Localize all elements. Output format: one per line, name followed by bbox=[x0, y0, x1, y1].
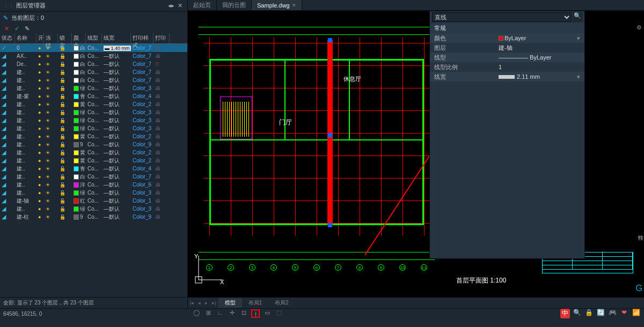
svg-text:Y: Y bbox=[194, 253, 199, 259]
layer-row[interactable]: ◢建-窗●☀🔓青Co...—默认Color_4🖶 bbox=[0, 92, 187, 100]
grid-icon[interactable]: ⊞ bbox=[204, 309, 213, 318]
tray-icon[interactable]: 🔄 bbox=[596, 309, 605, 318]
tab-prev-icon[interactable]: ◂ bbox=[196, 300, 203, 306]
current-layer-icon: ✎ bbox=[3, 14, 8, 21]
close-panel-icon[interactable]: ✕ bbox=[175, 2, 184, 9]
layer-row[interactable]: ◢建-柱●☀🔓9Co...—默认Color_9🖶 bbox=[0, 213, 187, 221]
model-tab[interactable]: 模型 bbox=[218, 298, 242, 308]
section-header[interactable]: 常规 bbox=[430, 23, 584, 33]
layer-row[interactable]: ◢建..●☀🔓白Co...—默认Color_7🖶 bbox=[0, 173, 187, 181]
ortho-icon[interactable]: ∟ bbox=[216, 309, 224, 318]
coordinates: 64586, 16215, 0 bbox=[3, 311, 42, 317]
layer-row[interactable]: ◢De..●☀🔓白Co...—默认Color_7🖶̸ bbox=[0, 60, 187, 68]
snap-mode-icon[interactable]: ◯ bbox=[192, 309, 201, 318]
drawing-title: 首层平面图 1:100 bbox=[456, 276, 506, 285]
close-tab-icon[interactable]: ✕ bbox=[292, 3, 296, 8]
layer-row[interactable]: ◢建..●☀🔓绿Co...—默认Color_3🖶 bbox=[0, 124, 187, 132]
ime-icon[interactable]: 中 bbox=[560, 309, 570, 318]
layer-row[interactable]: ◢建..●☀🔓绿Co...—默认Color_3🖶 bbox=[0, 205, 187, 213]
layer-table-header: 状态 名称 开 冻结 锁定 颜色 线型 线宽 打印样式 打印 bbox=[0, 33, 187, 44]
property-row[interactable]: 颜色 ByLayer▾ bbox=[430, 33, 584, 43]
tab-next-icon[interactable]: ▸ bbox=[203, 300, 210, 306]
file-tab[interactable]: 起始页 bbox=[188, 0, 217, 10]
property-row[interactable]: 线宽2.11 mm▾ bbox=[430, 72, 584, 81]
layer-row[interactable]: ◢建..●☀🔓绿Co...—默认Color_3🖶 bbox=[0, 84, 187, 92]
layer-row[interactable]: ◢建..●☀🔓黄Co...—默认Color_2🖶 bbox=[0, 148, 187, 157]
layer-row[interactable]: ◢建..●☀🔓绿Co...—默认Color_3🖶 bbox=[0, 189, 187, 197]
layer-status: 全部: 显示了 23 个图层，共 23 个图层 bbox=[0, 297, 187, 308]
tray-icon[interactable]: 📶 bbox=[631, 309, 641, 318]
polar-icon[interactable]: ✛ bbox=[228, 309, 236, 318]
grip-handle[interactable] bbox=[328, 223, 332, 227]
tray-icon[interactable]: 🔍 bbox=[572, 309, 582, 318]
delete-layer-icon[interactable]: ✕ bbox=[4, 25, 9, 32]
file-tab[interactable]: Sample.dwg ✕ bbox=[252, 0, 302, 10]
layer-row[interactable]: ◢建..●☀🔓黄Co...—默认Color_2🖶 bbox=[0, 100, 187, 108]
panel-title: 图层管理器 bbox=[16, 2, 46, 10]
layer-manager-panel: ⋮⋮ 图层管理器 ◂▸ ✕ ✎ 当前图层： 0 ✕ ✓ ✎ 状态 名称 开 冻结… bbox=[0, 0, 188, 308]
selection-cycling-icon[interactable]: ⬚ bbox=[275, 309, 283, 318]
status-bar: 64586, 16215, 0 ◯ ⊞ ∟ ✛ ⊡ ⟊ ▭ ⬚ 中 🔍 🔒 🔄 … bbox=[0, 308, 644, 327]
tray-icon[interactable]: ❤ bbox=[619, 309, 629, 318]
layer-row[interactable]: ◢AX..●☀🔓白Co...—默认Color_7🖶 bbox=[0, 52, 187, 60]
property-row[interactable]: 图层建-轴 bbox=[430, 43, 584, 53]
layout-tab[interactable]: 布局2 bbox=[268, 298, 295, 308]
ucs-icon: YX bbox=[193, 253, 225, 287]
grip-handle[interactable] bbox=[328, 133, 332, 137]
layer-row[interactable]: ◢建-轴●☀🔓红Co...—默认Color_1🖶 bbox=[0, 197, 187, 205]
dock-left-icon[interactable]: ◂▸ bbox=[167, 2, 175, 9]
layer-row[interactable]: ◢建..●☀🔓青Co...—默认Color_4🖶 bbox=[0, 165, 187, 173]
layer-filter-icon[interactable]: ✎ bbox=[25, 25, 30, 32]
drag-handle-icon[interactable]: ⋮⋮ bbox=[3, 2, 14, 9]
layer-row[interactable]: ◢建..●☀🔓白Co...—默认Color_7🖶 bbox=[0, 68, 187, 76]
layer-row[interactable]: ◢建..●☀🔓洋..Co...—默认Color_6🖶 bbox=[0, 181, 187, 189]
layout-tab[interactable]: 布局1 bbox=[242, 298, 269, 308]
tray-icon[interactable]: 🔒 bbox=[584, 309, 594, 318]
osnap-icon[interactable]: ⊡ bbox=[239, 309, 248, 318]
layer-row[interactable]: ✓0●☀🔓白Co...▬ 1.40 mmColor_7🖶 bbox=[0, 44, 187, 52]
layer-row[interactable]: ◢建..●☀🔓绿Co...—默认Color_3🖶 bbox=[0, 108, 187, 116]
property-row[interactable]: 线型比例1 bbox=[430, 62, 584, 72]
current-layer-name: 0 bbox=[41, 14, 44, 21]
layer-row[interactable]: ◢建..●☀🔓黄Co...—默认Color_2🖶 bbox=[0, 157, 187, 165]
properties-panel: 直线 🔍 常规 颜色 ByLayer▾图层建-轴线型————— ByLayer线… bbox=[429, 11, 585, 259]
file-tab[interactable]: 我的云图 bbox=[217, 0, 252, 10]
tab-last-icon[interactable]: ▸| bbox=[210, 300, 218, 306]
property-row[interactable]: 线型————— ByLayer bbox=[430, 53, 584, 62]
current-layer-label: 当前图层： bbox=[11, 14, 41, 22]
tab-first-icon[interactable]: |◂ bbox=[188, 300, 196, 306]
set-current-icon[interactable]: ✓ bbox=[14, 25, 19, 32]
object-type-select[interactable]: 直线 bbox=[432, 12, 572, 22]
layer-row[interactable]: ◢建..●☀🔓绿Co...—默认Color_3🖶 bbox=[0, 116, 187, 124]
file-tabs: 起始页我的云图Sample.dwg ✕ bbox=[188, 0, 644, 11]
layer-row[interactable]: ◢建..●☀🔓白Co...—默认Color_7🖶 bbox=[0, 76, 187, 84]
layer-row[interactable]: ◢建..●☀🔓黄Co...—默认Color_2🖶 bbox=[0, 132, 187, 140]
brand-logo-icon: G bbox=[636, 284, 642, 293]
dyn-input-icon[interactable]: ▭ bbox=[263, 309, 272, 318]
selected-line[interactable] bbox=[327, 40, 333, 225]
lineweight-toggle-icon[interactable]: ⟊ bbox=[251, 309, 260, 318]
svg-text:X: X bbox=[220, 279, 224, 285]
grip-handle[interactable] bbox=[328, 38, 332, 42]
layer-table: 状态 名称 开 冻结 锁定 颜色 线型 线宽 打印样式 打印 ✓0●☀🔓白Co.… bbox=[0, 33, 187, 297]
layer-row[interactable]: ◢建..●☀🔓9Co...—默认Color_9🖶 bbox=[0, 140, 187, 148]
settings-gear-icon[interactable]: ⚙ bbox=[634, 24, 644, 34]
quick-select-icon[interactable]: 🔍 bbox=[573, 12, 582, 22]
tray-icon[interactable]: 🎮 bbox=[608, 309, 617, 318]
layout-tabs: |◂ ◂ ▸ ▸| 模型 布局1 布局2 bbox=[188, 298, 644, 308]
drawing-area[interactable]: 起始页我的云图Sample.dwg ✕ 门厅休息厅1234567891011 首… bbox=[188, 0, 644, 308]
